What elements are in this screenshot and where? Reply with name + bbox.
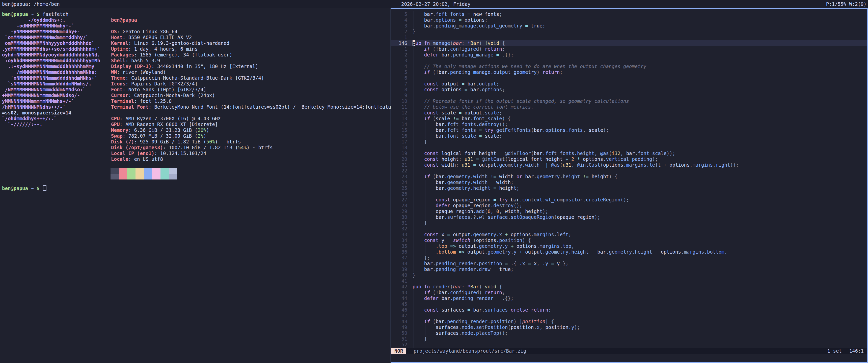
code-line[interactable]: 23 if (bar.geometry.width != width or ba… <box>391 174 867 179</box>
code-line[interactable]: 6 <box>391 75 867 81</box>
text-segment: opaque_region <box>412 208 473 214</box>
code-line[interactable]: 11 // below use the correct font metrics… <box>391 104 867 110</box>
code-line[interactable]: 47 <box>391 313 867 319</box>
code-line[interactable]: 38 bar.pending_render.position = .{ .x =… <box>391 261 867 266</box>
fastfetch-info-row: ben@papua <box>111 17 137 23</box>
editor-window-helix[interactable]: 5 bar.fcft_fonts = new_fonts;4 bar.optio… <box>391 8 868 363</box>
code-line[interactable]: 15 bar.fcft_fonts = try getFcftFonts(bar… <box>391 127 867 133</box>
text-segment: : <box>462 284 468 289</box>
code-line[interactable]: 12 const scale = output.scale; <box>391 110 867 116</box>
indent-guide <box>425 243 426 249</box>
text-segment: .{ <box>511 261 519 266</box>
code-line[interactable]: 37 }; <box>391 255 867 261</box>
code-line[interactable]: 49 surfaces.node.setPosition(position.x,… <box>391 324 867 330</box>
code-line[interactable]: 13 if (scale != bar.font_scale) { <box>391 116 867 122</box>
indent-guide <box>413 330 414 336</box>
code-line[interactable]: 17 } <box>391 139 867 145</box>
code-line[interactable]: 48 if (bar.pending_render.position) |pos… <box>391 319 867 324</box>
text-segment: ) <box>479 46 482 52</box>
code-line[interactable]: 4 // The only manage actions we need to … <box>391 64 867 69</box>
code-line[interactable]: 32 <box>391 226 867 232</box>
indent-guide <box>413 295 414 301</box>
code-line[interactable]: 31 } <box>391 220 867 226</box>
fastfetch-info-row: Packages: 1585 (emerge), 34 (flatpak-use… <box>111 52 232 58</box>
code-line[interactable]: 3 <box>391 58 867 64</box>
terminal-window-fastfetch[interactable]: ben@papua ~ $ fastfetch -/oyddmdhs+:. -o… <box>0 8 391 363</box>
mode-indicator: NOR <box>391 348 406 354</box>
color-swatch <box>135 168 144 174</box>
code-line[interactable]: 5 if (!bar.pending_manage.output_geometr… <box>391 69 867 75</box>
text-segment: }; <box>560 261 568 266</box>
code-area[interactable]: 5 bar.fcft_fonts = new_fonts;4 bar.optio… <box>391 11 867 348</box>
code-line[interactable]: 3 bar.pending_manage.output_geometry = t… <box>391 23 867 29</box>
text-segment: $ <box>37 186 39 191</box>
code-text: defer opaque_region.destroy(); <box>412 203 522 208</box>
code-line[interactable]: 30 bar.surfaces.?.wl_surface.setOpaqueRe… <box>391 214 867 220</box>
code-line[interactable]: 4 bar.options = options; <box>391 17 867 23</box>
code-line[interactable]: 40} <box>391 272 867 278</box>
code-line[interactable]: 19 const logical_font_height = @divFloor… <box>391 151 867 156</box>
code-line[interactable]: 9 <box>391 93 867 98</box>
code-line[interactable]: 146pub fn manage(bar: *Bar) !void { <box>391 40 867 46</box>
color-swatch <box>127 168 135 174</box>
text-segment: = <box>459 81 467 87</box>
code-line[interactable]: 28 defer opaque_region.destroy(); <box>391 203 867 208</box>
code-line[interactable]: 50 surfaces.node.placeTop(); <box>391 330 867 336</box>
text-segment: bar <box>412 214 444 220</box>
code-line[interactable]: 26 <box>391 191 867 197</box>
text-segment: 925.09 GiB / 1.82 TiB ( <box>140 139 206 144</box>
line-number: 46 <box>391 307 407 313</box>
code-line[interactable]: 8 const options = bar.options; <box>391 87 867 93</box>
shell-prompt-current[interactable]: ben@papua ~ $ <box>2 185 46 191</box>
line-number: 3 <box>391 23 407 29</box>
code-line[interactable]: 22 <box>391 168 867 174</box>
code-line[interactable]: 16 bar.font_scale = scale; <box>391 133 867 139</box>
code-line[interactable]: 46 const surfaces = bar.surfaces orelse … <box>391 307 867 313</box>
code-line[interactable]: 18 <box>391 145 867 151</box>
code-line[interactable]: 27 const opaque_region = try bar.context… <box>391 197 867 203</box>
text-segment: ! <box>436 46 438 52</box>
text-segment: = <box>465 11 473 17</box>
text-segment: Memory <box>111 127 128 133</box>
text-segment: = <box>476 127 485 133</box>
text-segment: : <box>120 116 125 121</box>
line-number: 5 <box>391 69 407 75</box>
code-line[interactable]: 43 if (!bar.configured) return; <box>391 290 867 295</box>
code-line[interactable]: 35 .top => output.geometry.y + options.m… <box>391 243 867 249</box>
code-line[interactable]: 36 .bottom => output.geometry.y + output… <box>391 249 867 255</box>
line-number: 36 <box>391 249 407 255</box>
code-line[interactable]: 5 bar.fcft_fonts = new_fonts; <box>391 11 867 17</box>
fastfetch-info-row: Cursor: Catppuccin-Mocha-Dark (24px) <box>111 93 215 98</box>
indent-guide <box>413 64 414 69</box>
text-segment: ! <box>485 40 488 46</box>
code-line[interactable]: 14 bar.fcft_fonts.destroy(); <box>391 122 867 127</box>
code-line[interactable]: 2} <box>391 29 867 35</box>
code-line[interactable]: 33 const x = output.geometry.x + options… <box>391 232 867 237</box>
line-number: 38 <box>391 261 407 266</box>
line-number: 15 <box>391 127 407 133</box>
code-line[interactable]: 24 bar.geometry.width = width; <box>391 179 867 185</box>
text-segment: void <box>485 284 496 289</box>
code-line[interactable]: 39 bar.pending_render.draw = true; <box>391 266 867 272</box>
code-line[interactable]: 44 defer bar.pending_render = .{}; <box>391 295 867 301</box>
code-line[interactable]: 20 const height: u31 = @intCast(logical_… <box>391 156 867 162</box>
text-segment <box>412 249 436 255</box>
code-line[interactable]: 52 <box>391 342 867 348</box>
code-line[interactable]: 29 opaque_region.add(0, 0, width, height… <box>391 208 867 214</box>
code-line[interactable]: 42pub fn render(bar: *Bar) void { <box>391 284 867 290</box>
code-text: } <box>412 139 427 145</box>
code-line[interactable]: 25 bar.geometry.height = height; <box>391 185 867 191</box>
text-segment: .width <box>470 179 488 185</box>
code-line[interactable]: 34 const y = switch (options.position) { <box>391 237 867 243</box>
code-line[interactable]: 45 <box>391 301 867 307</box>
code-line[interactable]: 21 const width: u31 = output.geometry.wi… <box>391 162 867 168</box>
code-line[interactable]: 41 <box>391 278 867 284</box>
line-number: 41 <box>391 278 407 284</box>
code-line[interactable]: 7 const output = bar.output; <box>391 81 867 87</box>
text-segment: .geometry <box>485 249 511 255</box>
code-line[interactable]: 51 } <box>391 336 867 342</box>
code-line[interactable]: 10 // Recreate fonts if the output scale… <box>391 98 867 104</box>
code-line[interactable]: 2 defer bar.pending_manage = .{}; <box>391 52 867 58</box>
code-line[interactable]: 1 <box>391 35 867 40</box>
code-line[interactable]: 1 if (!bar.configured) return; <box>391 46 867 52</box>
